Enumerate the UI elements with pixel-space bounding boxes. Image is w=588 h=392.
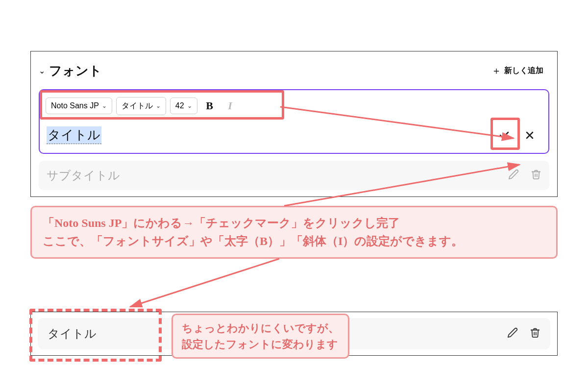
edit-button[interactable] [507,327,518,340]
bold-label: B [206,99,213,112]
edit-action-icons [491,122,542,148]
font-section-panel: ⌄ フォント ＋ 新しく追加 Noto Sans JP ⌄ タイトル ⌄ 42 [30,51,558,197]
delete-button[interactable] [530,327,540,340]
edit-button[interactable] [508,169,519,182]
pencil-icon [507,327,518,338]
font-item-title-input[interactable]: タイトル [47,126,101,144]
font-edit-row: タイトル [40,121,548,153]
add-new-label: 新しく追加 [504,66,543,76]
annotation-main: 「Noto Suns JP」にかわる→「チェックマーク」をクリックし完了 ここで… [30,206,558,259]
font-edit-card: Noto Sans JP ⌄ タイトル ⌄ 42 ⌄ B I [39,89,549,154]
italic-label: I [228,99,232,112]
font-style-preset-value: タイトル [122,101,153,111]
row-action-icons [508,169,541,182]
font-item-label: タイトル [48,326,97,342]
chevron-down-icon: ⌄ [102,102,107,109]
font-toolbar: Noto Sans JP ⌄ タイトル ⌄ 42 ⌄ B I [46,95,542,117]
section-title-toggle[interactable]: ⌄ フォント [39,62,102,79]
annotation-small-line2: 設定したフォントに変わります [182,336,339,352]
delete-button[interactable] [531,169,541,182]
plus-icon: ＋ [491,64,501,77]
chevron-down-icon: ⌄ [39,66,45,75]
font-item-label: サブタイトル [47,168,120,183]
section-header: ⌄ フォント ＋ 新しく追加 [39,57,549,89]
trash-icon [530,327,540,338]
add-new-button[interactable]: ＋ 新しく追加 [486,60,549,81]
row-action-icons [507,327,540,340]
chevron-down-icon: ⌄ [156,102,161,109]
font-style-preset-dropdown[interactable]: タイトル ⌄ [116,97,166,115]
section-title: フォント [49,62,102,79]
annotation-main-line2: ここで、「フォントサイズ」や「太字（B）」「斜体（I）の設定ができます。 [43,232,545,250]
annotation-small-line1: ちょっとわかりにくいですが、 [182,320,339,336]
cancel-button[interactable] [517,122,542,148]
chevron-down-icon: ⌄ [187,102,192,109]
font-list-item-subtitle[interactable]: サブタイトル [39,161,549,190]
trash-icon [531,169,541,180]
annotation-main-line1: 「Noto Suns JP」にかわる→「チェックマーク」をクリックし完了 [43,214,545,232]
check-icon [498,129,510,141]
close-icon [524,129,536,141]
font-size-dropdown[interactable]: 42 ⌄ [170,98,197,114]
italic-button[interactable]: I [222,97,239,115]
bold-button[interactable]: B [201,97,218,115]
svg-line-4 [130,259,279,307]
font-family-value: Noto Sans JP [51,101,99,110]
annotation-arrow-3 [118,258,294,317]
confirm-button[interactable] [491,122,517,148]
annotation-small: ちょっとわかりにくいですが、 設定したフォントに変わります [172,314,349,359]
pencil-icon [508,169,519,180]
toolbar-zone: Noto Sans JP ⌄ タイトル ⌄ 42 ⌄ B I [40,90,548,121]
font-family-dropdown[interactable]: Noto Sans JP ⌄ [46,98,112,114]
font-size-value: 42 [175,101,184,110]
